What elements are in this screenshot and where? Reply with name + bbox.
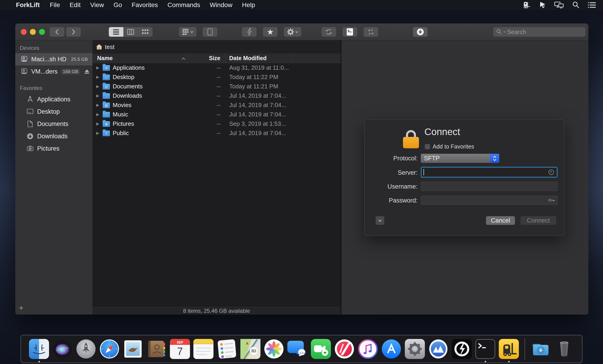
disclosure-triangle-icon[interactable]: ▶	[96, 103, 100, 108]
dock-app-store-icon[interactable]	[381, 339, 401, 359]
dock-system-preferences-icon[interactable]	[405, 339, 425, 359]
disclosure-triangle-icon[interactable]: ▶	[96, 93, 100, 98]
dock-terminal-icon[interactable]	[475, 339, 495, 359]
dock-blue-mountains-app-icon[interactable]	[428, 339, 448, 359]
dock-photos-icon[interactable]	[264, 339, 284, 359]
list-icon[interactable]	[588, 1, 596, 9]
disclosure-triangle-icon[interactable]: ▶	[96, 84, 100, 89]
protocol-popup[interactable]: SFTP	[421, 154, 499, 163]
quick-actions-button[interactable]	[242, 27, 256, 37]
disclosure-triangle-icon[interactable]: ▶	[96, 65, 100, 70]
disclosure-triangle-icon[interactable]: ▶	[96, 75, 100, 79]
dock-calendar-icon[interactable]: SEP7	[170, 339, 190, 359]
search-field[interactable]	[493, 27, 585, 37]
file-name: Documents	[113, 83, 143, 90]
dock-facetime-icon[interactable]	[311, 339, 331, 359]
favorites-star-button[interactable]: ★	[263, 27, 278, 37]
favorite-label: Applications	[37, 96, 90, 103]
disclosure-triangle-icon[interactable]: ▶	[96, 131, 100, 135]
dock-itunes-icon[interactable]	[358, 339, 378, 359]
dock-siri-icon[interactable]	[52, 339, 72, 359]
sidebar-item-downloads[interactable]: Downloads	[15, 130, 92, 142]
key-icon[interactable]	[548, 198, 555, 202]
sidebar-item-pictures[interactable]: Pictures	[15, 142, 92, 155]
file-row[interactable]: ▶ ◉ Pictures -- Sep 3, 2019 at 1:53...	[93, 119, 340, 129]
menu-go[interactable]: Go	[114, 1, 122, 9]
file-row[interactable]: ▶ ⇧ Public -- Jul 14, 2019 at 7:04...	[93, 129, 340, 138]
dock-notes-icon[interactable]	[193, 339, 213, 359]
password-input[interactable]	[421, 196, 558, 205]
sidebar-item-documents[interactable]: Documents	[15, 118, 92, 130]
view-columns-button[interactable]	[123, 27, 138, 37]
menu-file[interactable]: File	[50, 1, 60, 9]
select-button[interactable]	[203, 27, 217, 37]
dock-maps-icon[interactable]: 3D	[240, 339, 260, 359]
sidebar-device-macintosh-hd[interactable]: Maci...sh HD 25.5 GB	[15, 53, 92, 65]
dock-safari-icon[interactable]	[99, 339, 119, 359]
terminal-button[interactable]	[343, 27, 357, 37]
menu-window[interactable]: Window	[209, 1, 232, 9]
pointer-menu-icon[interactable]	[539, 1, 546, 9]
add-to-favorites-checkbox[interactable]	[425, 144, 430, 149]
column-header-name[interactable]: Name	[93, 54, 188, 63]
disclosure-triangle-icon[interactable]: ▶	[96, 112, 100, 117]
dock-contacts-icon[interactable]	[146, 339, 166, 359]
menu-app-name[interactable]: ForkLift	[16, 1, 40, 9]
popup-stepper-icon	[490, 154, 499, 163]
close-button[interactable]	[21, 29, 27, 35]
sidebar-item-desktop[interactable]: Desktop	[15, 105, 92, 118]
search-input[interactable]	[507, 28, 576, 35]
path-bar[interactable]: test	[93, 40, 340, 54]
dock-dark-bolt-app-icon[interactable]	[452, 339, 472, 359]
back-button[interactable]	[50, 27, 64, 37]
file-row[interactable]: ▶ ♪ Music -- Jul 14, 2019 at 7:04...	[93, 110, 340, 119]
column-header-size[interactable]: Size	[188, 54, 226, 63]
file-row[interactable]: ▶ A Applications -- Aug 31, 2019 at 11:0…	[93, 63, 340, 72]
view-list-button[interactable]	[109, 27, 123, 37]
column-header-date[interactable]: Date Modified	[226, 54, 292, 63]
expand-options-button[interactable]	[376, 216, 384, 225]
menu-help[interactable]: Help	[242, 1, 255, 9]
file-size: --	[188, 72, 226, 82]
transfers-button[interactable]	[363, 27, 378, 37]
menu-commands[interactable]: Commands	[167, 1, 200, 9]
view-icons-button[interactable]	[138, 27, 152, 37]
history-clock-icon[interactable]	[548, 169, 555, 175]
file-row[interactable]: ▶ ↓ Downloads -- Jul 14, 2019 at 7:04...	[93, 91, 340, 100]
file-row[interactable]: ▶ ▭ Desktop -- Today at 11:22 PM	[93, 72, 340, 82]
zoom-button[interactable]	[39, 29, 45, 35]
dock-reminders-icon[interactable]	[217, 339, 237, 359]
dock-news-icon[interactable]	[334, 339, 354, 359]
minimize-button[interactable]	[30, 29, 36, 35]
sidebar-item-applications[interactable]: Applications	[15, 93, 92, 105]
dock-finder-icon[interactable]	[29, 339, 49, 359]
forward-button[interactable]	[66, 27, 81, 37]
cancel-button[interactable]: Cancel	[486, 216, 515, 225]
menu-view[interactable]: View	[90, 1, 104, 9]
menu-edit[interactable]: Edit	[70, 1, 81, 9]
connect-button[interactable]: Connect	[521, 216, 556, 225]
forklift-menu-icon[interactable]	[523, 1, 531, 9]
add-favorite-button[interactable]: +	[19, 303, 23, 312]
file-size: --	[188, 119, 226, 129]
dock-launchpad-icon[interactable]	[76, 339, 96, 359]
server-input[interactable]	[421, 167, 558, 178]
eject-icon[interactable]	[84, 69, 90, 74]
menu-favorites[interactable]: Favorites	[132, 1, 158, 9]
disclosure-triangle-icon[interactable]: ▶	[96, 121, 100, 126]
file-row[interactable]: ▶ ▤ Documents -- Today at 11:21 PM	[93, 82, 340, 91]
username-input[interactable]	[421, 182, 558, 191]
sync-button[interactable]	[322, 27, 336, 37]
dock-messages-icon[interactable]	[287, 339, 307, 359]
displays-menu-icon[interactable]	[554, 1, 564, 9]
dock-forklift-icon[interactable]	[499, 339, 519, 359]
file-row[interactable]: ▶ ▦ Movies -- Jul 14, 2019 at 7:04...	[93, 100, 340, 110]
spotlight-icon[interactable]	[572, 1, 580, 9]
dock-downloads-folder-icon[interactable]	[531, 339, 551, 359]
downloads-button[interactable]	[413, 27, 428, 37]
dock-mail-icon[interactable]	[123, 339, 143, 359]
dock-trash-icon[interactable]	[554, 339, 574, 359]
sort-menu-button[interactable]	[179, 27, 196, 37]
sidebar-device-vm-folders[interactable]: VM...ders 168 GB	[15, 65, 92, 78]
settings-gear-button[interactable]	[284, 27, 301, 37]
